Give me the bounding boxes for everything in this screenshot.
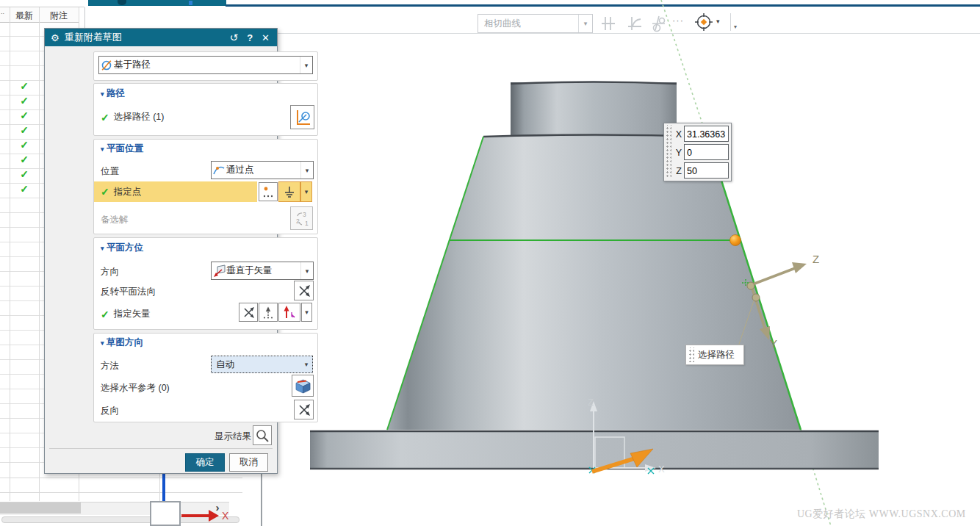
specify-point-label: 指定点 — [114, 186, 142, 198]
path-section-header[interactable]: ▾ 路径 — [101, 87, 125, 100]
plane-orientation-header[interactable]: ▾ 平面方位 — [101, 242, 143, 254]
perpendicular-to-vector-icon — [212, 264, 226, 278]
chevron-down-icon[interactable]: ▾ — [300, 162, 313, 179]
inferred-vector-button[interactable] — [278, 303, 300, 322]
inferred-point-button[interactable] — [278, 181, 300, 202]
wcs-z-label: Z — [588, 397, 594, 408]
footer-separator — [49, 448, 273, 449]
coord-z-input[interactable]: 50 — [684, 162, 729, 179]
csys-x-arrowhead — [209, 510, 219, 522]
coord-x-label: X — [673, 126, 682, 143]
cancel-button[interactable]: 取消 — [229, 453, 268, 472]
model-cone-frustum[interactable] — [387, 137, 801, 430]
path-section — [93, 83, 318, 136]
reset-icon[interactable]: ↺ — [229, 32, 238, 43]
show-result-label: 显示结果 — [45, 430, 251, 443]
reverse-vector-button[interactable] — [239, 303, 258, 322]
model-neck-cylinder[interactable] — [511, 82, 677, 140]
point-dialog-button[interactable] — [259, 182, 278, 201]
on-path-icon — [99, 59, 114, 72]
triad-y-label: Y — [770, 337, 777, 350]
method-label: 方法 — [101, 360, 119, 372]
through-point-icon — [212, 164, 226, 177]
direction-combo-value: 垂直于矢量 — [226, 264, 273, 277]
reverse-label: 反向 — [101, 405, 119, 417]
reverse-direction-button[interactable] — [294, 400, 314, 419]
coord-z-label: Z — [673, 162, 682, 180]
select-path-label: 选择路径 (1) — [114, 111, 165, 123]
reverse-normal-button[interactable] — [294, 281, 314, 300]
triad-z-axis[interactable] — [751, 267, 797, 285]
show-result-button[interactable] — [253, 425, 272, 445]
coord-y-input[interactable]: 0 — [684, 144, 729, 160]
selection-tip-bar[interactable]: 选择路径 — [685, 345, 744, 365]
nx-application-window: .. 最新 附注 ✓ ✓ ✓ ✓ ✓ ✓ ✓ ✓ › 相切曲线 ▾ ··· — [0, 0, 980, 526]
forum-watermark: UG爱好者论坛 WWW.UGSNX.COM — [797, 508, 966, 521]
dynamic-coordinate-box[interactable]: X 31.36363 Y 0 Z 50 — [663, 123, 732, 181]
gear-icon: ⚙ — [51, 32, 60, 43]
dialog-titlebar[interactable]: ⚙ 重新附着草图 ↺ ? ✕ — [45, 29, 277, 46]
reattach-sketch-dialog[interactable]: ⚙ 重新附着草图 ↺ ? ✕ 基于路径 ▾ ▾ 路径 ✓ 选择路径 (1) ▾ … — [44, 28, 278, 474]
specify-vector-label: 指定矢量 — [114, 308, 151, 320]
ok-button[interactable]: 确定 — [185, 453, 225, 472]
vector-dialog-button[interactable] — [259, 303, 278, 322]
coord-y-label: Y — [673, 144, 682, 162]
plane-location-header[interactable]: ▾ 平面位置 — [101, 143, 143, 155]
vector-type-caret[interactable]: ▾ — [301, 303, 312, 322]
point-type-caret[interactable]: ▾ — [300, 181, 312, 202]
direction-label: 方向 — [101, 266, 119, 278]
svg-text:3: 3 — [303, 211, 306, 218]
wcs-x-label: X — [658, 464, 665, 475]
direction-combo[interactable]: 垂直于矢量 ▾ — [211, 262, 314, 280]
triad-second-sphere[interactable] — [752, 294, 760, 301]
specified-point-handle[interactable] — [730, 235, 741, 246]
reverse-normal-label: 反转平面法向 — [101, 286, 156, 298]
close-icon[interactable]: ✕ — [262, 32, 270, 43]
alternate-solution-label: 备选解 — [101, 214, 129, 226]
check-icon: ✓ — [101, 187, 109, 197]
position-combo[interactable]: 通过点 ▾ — [211, 161, 314, 179]
triad-z-label: Z — [813, 253, 819, 265]
sketch-orientation-header[interactable]: ▾ 草图方向 — [101, 336, 143, 349]
csys-z-axis-line — [162, 474, 165, 502]
method-combo[interactable]: 自动 ▾ — [211, 356, 313, 373]
csys-x-label: X — [222, 510, 228, 522]
type-combo[interactable]: 基于路径 ▾ — [98, 56, 313, 74]
method-combo-value: 自动 — [212, 359, 234, 371]
csys-plane-box — [150, 501, 181, 526]
help-icon[interactable]: ? — [247, 32, 253, 43]
coord-x-input[interactable]: 31.36363 — [684, 126, 729, 142]
position-label: 位置 — [101, 165, 119, 178]
selection-tip-text: 选择路径 — [698, 349, 735, 361]
check-icon: ✓ — [101, 112, 109, 123]
dialog-title: 重新附着草图 — [65, 31, 122, 44]
select-path-row[interactable]: ✓ 选择路径 (1) — [101, 111, 164, 123]
horizontal-reference-button[interactable] — [292, 375, 314, 397]
specify-point-row[interactable]: ✓ 指定点 — [94, 181, 257, 202]
triad-z-arrowhead — [792, 262, 807, 273]
alternate-solution-button: 321 — [290, 206, 313, 230]
drag-grip[interactable] — [665, 125, 671, 178]
horizontal-reference-label: 选择水平参考 (0) — [101, 382, 170, 394]
chevron-down-icon[interactable]: ▾ — [300, 57, 312, 73]
chevron-down-icon[interactable]: ▾ — [300, 262, 313, 279]
select-path-button[interactable] — [290, 105, 314, 129]
specify-vector-row[interactable]: ✓ 指定矢量 — [101, 308, 151, 320]
chevron-down-icon[interactable]: ▾ — [300, 356, 312, 372]
drag-grip[interactable] — [688, 347, 694, 362]
svg-text:1: 1 — [305, 220, 309, 227]
check-icon: ✓ — [101, 309, 109, 320]
type-combo-value: 基于路径 — [114, 59, 151, 71]
csys-x-axis-line — [181, 514, 209, 517]
position-combo-value: 通过点 — [226, 164, 254, 176]
svg-text:2: 2 — [296, 217, 300, 225]
